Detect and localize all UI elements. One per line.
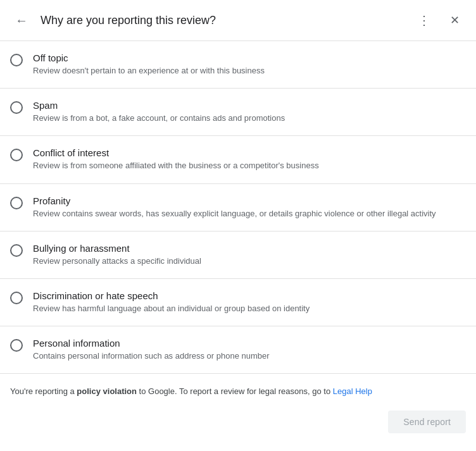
radio-off-topic[interactable] <box>10 54 23 66</box>
close-button[interactable]: ✕ <box>443 9 466 32</box>
send-report-button[interactable]: Send report <box>388 411 466 433</box>
radio-bullying-or-harassment[interactable] <box>10 244 23 257</box>
option-title-discrimination-or-hate-speech: Discrimination or hate speech <box>33 290 466 301</box>
radio-profanity[interactable] <box>10 197 23 209</box>
option-item-conflict-of-interest[interactable]: Conflict of interest Review is from some… <box>0 136 476 183</box>
option-desc-off-topic: Review doesn't pertain to an experience … <box>33 65 466 77</box>
option-text-spam: Spam Review is from a bot, a fake accoun… <box>33 100 466 124</box>
footer-note-middle: to Google. To report a review for legal … <box>137 386 333 396</box>
option-title-spam: Spam <box>33 100 466 111</box>
option-text-personal-information: Personal information Contains personal i… <box>33 338 466 362</box>
option-desc-discrimination-or-hate-speech: Review has harmful language about an ind… <box>33 303 466 314</box>
option-title-profanity: Profanity <box>33 195 466 206</box>
radio-personal-information[interactable] <box>10 339 23 352</box>
option-desc-spam: Review is from a bot, a fake account, or… <box>33 113 466 124</box>
more-vert-icon: ⋮ <box>418 13 430 28</box>
option-text-off-topic: Off topic Review doesn't pertain to an e… <box>33 53 466 77</box>
option-item-bullying-or-harassment[interactable]: Bullying or harassment Review personally… <box>0 232 476 279</box>
option-item-off-topic[interactable]: Off topic Review doesn't pertain to an e… <box>0 41 476 89</box>
radio-discrimination-or-hate-speech[interactable] <box>10 292 23 304</box>
dialog-title: Why are you reporting this review? <box>41 14 405 27</box>
option-text-profanity: Profanity Review contains swear words, h… <box>33 195 466 219</box>
legal-help-link[interactable]: Legal Help <box>333 386 372 396</box>
option-desc-personal-information: Contains personal information such as ad… <box>33 350 466 362</box>
option-desc-bullying-or-harassment: Review personally attacks a specific ind… <box>33 256 466 267</box>
close-icon: ✕ <box>450 13 460 27</box>
footer-note: You're reporting a policy violation to G… <box>0 374 476 403</box>
more-options-button[interactable]: ⋮ <box>413 9 435 32</box>
option-text-bullying-or-harassment: Bullying or harassment Review personally… <box>33 243 466 267</box>
option-text-conflict-of-interest: Conflict of interest Review is from some… <box>33 147 466 171</box>
option-item-profanity[interactable]: Profanity Review contains swear words, h… <box>0 184 476 232</box>
report-options-list: Off topic Review doesn't pertain to an e… <box>0 41 476 374</box>
option-desc-conflict-of-interest: Review is from someone affiliated with t… <box>33 160 466 171</box>
option-desc-profanity: Review contains swear words, has sexuall… <box>33 208 466 219</box>
dialog-header: ← Why are you reporting this review? ⋮ ✕ <box>0 0 476 41</box>
option-title-off-topic: Off topic <box>33 53 466 63</box>
option-item-personal-information[interactable]: Personal information Contains personal i… <box>0 326 476 374</box>
footer-actions: Send report <box>0 403 476 446</box>
footer-note-bold: policy violation <box>77 386 137 396</box>
footer-note-prefix: You're reporting a <box>10 386 77 396</box>
option-title-personal-information: Personal information <box>33 338 466 349</box>
option-title-bullying-or-harassment: Bullying or harassment <box>33 243 466 254</box>
option-item-spam[interactable]: Spam Review is from a bot, a fake accoun… <box>0 89 476 136</box>
option-item-discrimination-or-hate-speech[interactable]: Discrimination or hate speech Review has… <box>0 279 476 326</box>
radio-spam[interactable] <box>10 101 23 114</box>
radio-conflict-of-interest[interactable] <box>10 149 23 161</box>
option-text-discrimination-or-hate-speech: Discrimination or hate speech Review has… <box>33 290 466 314</box>
back-arrow-icon: ← <box>15 13 28 28</box>
option-title-conflict-of-interest: Conflict of interest <box>33 147 466 158</box>
back-button[interactable]: ← <box>10 9 33 32</box>
